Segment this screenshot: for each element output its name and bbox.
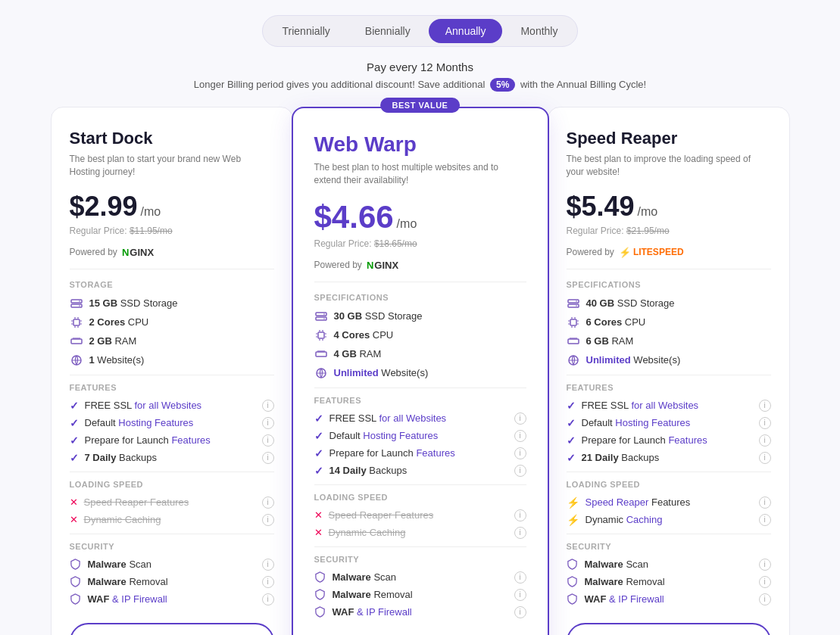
billing-btn-monthly[interactable]: Monthly [504, 19, 574, 43]
best-value-badge: BEST VALUE [380, 98, 461, 113]
plans-container: Start Dock The best plan to start your b… [51, 107, 790, 635]
info-icon[interactable]: i [262, 434, 274, 447]
feature-backups-web-warp: ✓14 Daily Backups i [314, 465, 526, 477]
check-icon: ✓ [70, 452, 79, 464]
spec-ram-start-dock: 2 GB RAM [70, 335, 274, 348]
svg-point-2 [79, 300, 80, 302]
info-icon[interactable]: i [514, 430, 526, 442]
security-removal-web-warp: Malware Removal i [314, 589, 526, 601]
svg-point-17 [576, 305, 577, 307]
info-icon[interactable]: i [262, 559, 274, 571]
info-icon[interactable]: i [262, 417, 274, 429]
pay-text: Pay every 12 Months [194, 61, 646, 73]
price-period-web-warp: /mo [397, 217, 417, 231]
info-icon[interactable]: i [262, 593, 274, 605]
nginx-logo: NGINX [367, 260, 398, 271]
info-icon[interactable]: i [759, 576, 771, 588]
check-icon: ✓ [314, 430, 323, 442]
spec-ram-speed-reaper: 6 GB RAM [567, 335, 771, 348]
specs-label-start-dock: storage [70, 280, 274, 289]
info-icon[interactable]: i [759, 434, 771, 447]
info-icon[interactable]: i [759, 417, 771, 429]
plan-subtitle-web-warp: The best plan to host multiple websites … [314, 161, 526, 187]
info-icon[interactable]: i [514, 589, 526, 601]
loading-speed-reaper-web-warp: ✕Speed Reaper Features i [314, 509, 526, 521]
cpu-icon [70, 316, 83, 329]
feature-launch-web-warp: ✓Prepare for Launch Features i [314, 447, 526, 459]
loading-label-web-warp: Loading Speed [314, 493, 526, 502]
info-icon[interactable]: i [262, 496, 274, 509]
spec-cpu-speed-reaper: 6 Cores CPU [567, 316, 771, 329]
features-label-start-dock: Features [70, 383, 274, 392]
spec-cpu-start-dock: 2 Cores CPU [70, 316, 274, 329]
info-icon[interactable]: i [262, 576, 274, 588]
feature-launch-speed-reaper: ✓Prepare for Launch Features i [567, 434, 771, 447]
check-icon: ✓ [70, 400, 79, 412]
price-row-web-warp: $4.66 /mo [314, 199, 526, 235]
svg-rect-1 [71, 304, 82, 307]
info-icon[interactable]: i [514, 465, 526, 477]
spec-websites-start-dock: 1 Website(s) [70, 353, 274, 367]
feature-hosting-speed-reaper: ✓Default Hosting Features i [567, 417, 771, 429]
info-icon[interactable]: i [759, 496, 771, 509]
info-icon[interactable]: i [514, 447, 526, 459]
shield-icon [314, 606, 326, 618]
check-icon: ✓ [567, 452, 576, 464]
svg-point-9 [323, 313, 325, 315]
svg-point-3 [79, 305, 80, 307]
plan-title-speed-reaper: Speed Reaper [567, 129, 771, 148]
feature-launch-start-dock: ✓Prepare for Launch Features i [70, 434, 274, 447]
info-icon[interactable]: i [759, 559, 771, 571]
info-icon[interactable]: i [759, 452, 771, 464]
regular-price-start-dock: Regular Price: $11.95/mo [70, 226, 274, 236]
speed-icon: ⚡ [567, 496, 579, 509]
nginx-logo: NGINX [122, 247, 154, 258]
security-scan-speed-reaper: Malware Scan i [567, 559, 771, 571]
plan-card-web-warp: BEST VALUE Web Warp The best plan to hos… [292, 107, 549, 635]
loading-caching-web-warp: ✕Dynamic Caching i [314, 527, 526, 539]
security-waf-web-warp: WAF & IP Firewall i [314, 606, 526, 618]
security-waf-start-dock: WAF & IP Firewall i [70, 593, 274, 605]
info-icon[interactable]: i [759, 514, 771, 526]
shield-icon [70, 593, 82, 605]
security-scan-web-warp: Malware Scan i [314, 571, 526, 584]
svg-rect-4 [73, 319, 80, 325]
get-started-button-speed-reaper[interactable]: Get Started [567, 623, 771, 635]
svg-rect-15 [568, 304, 579, 307]
plan-card-start-dock: Start Dock The best plan to start your b… [51, 107, 293, 635]
info-icon[interactable]: i [262, 452, 274, 464]
regular-price-web-warp: Regular Price: $18.65/mo [314, 238, 526, 249]
security-waf-speed-reaper: WAF & IP Firewall i [567, 593, 771, 605]
feature-backups-speed-reaper: ✓21 Daily Backups i [567, 452, 771, 464]
info-icon[interactable]: i [759, 400, 771, 412]
feature-backups-start-dock: ✓7 Daily Backups i [70, 452, 274, 464]
feature-ssl-speed-reaper: ✓FREE SSL for all Websites i [567, 400, 771, 412]
billing-btn-annually[interactable]: Annually [429, 19, 503, 43]
ram-icon [567, 335, 580, 348]
billing-btn-triennially[interactable]: Triennially [266, 19, 347, 43]
svg-rect-0 [71, 300, 82, 303]
storage-icon [567, 297, 580, 310]
info-icon[interactable]: i [514, 571, 526, 584]
check-icon: ✓ [567, 417, 576, 429]
info-icon[interactable]: i [262, 514, 274, 526]
get-started-button-start-dock[interactable]: Get Started [70, 623, 274, 635]
info-icon[interactable]: i [759, 593, 771, 605]
shield-icon [567, 559, 579, 571]
info-icon[interactable]: i [514, 509, 526, 521]
info-icon[interactable]: i [262, 400, 274, 412]
loading-label-start-dock: Loading Speed [70, 480, 274, 489]
info-icon[interactable]: i [514, 606, 526, 618]
websites-icon [314, 366, 328, 380]
info-icon[interactable]: i [514, 527, 526, 539]
spec-ram-web-warp: 4 GB RAM [314, 347, 526, 361]
security-removal-start-dock: Malware Removal i [70, 576, 274, 588]
security-scan-start-dock: Malware Scan i [70, 559, 274, 571]
info-icon[interactable]: i [514, 412, 526, 425]
billing-btn-biennially[interactable]: Biennially [348, 19, 427, 43]
billing-toggle: Triennially Biennially Annually Monthly [262, 15, 579, 47]
shield-icon [314, 571, 326, 584]
svg-rect-19 [568, 339, 579, 344]
feature-ssl-web-warp: ✓FREE SSL for all Websites i [314, 412, 526, 425]
loading-label-speed-reaper: Loading Speed [567, 480, 771, 489]
